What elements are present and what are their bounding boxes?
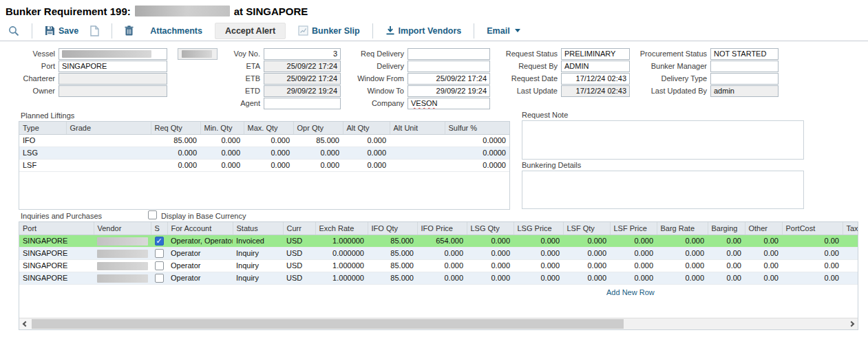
request-status-field[interactable]: PRELIMINARY <box>561 48 630 60</box>
accept-alert-button[interactable]: Accept Alert <box>215 23 286 39</box>
toolbar-divider <box>0 41 868 41</box>
import-vendors-button[interactable]: Import Vendors <box>385 25 462 36</box>
lifting-cell <box>390 146 445 159</box>
inq-column-header: LSF Price <box>610 222 657 235</box>
bunker-slip-button[interactable]: Bunker Slip <box>298 25 359 36</box>
lifting-cell <box>390 134 445 146</box>
inquiry-cell: 1.000000 <box>315 259 368 272</box>
scrollbar-thumb[interactable] <box>32 319 624 329</box>
req-delivery-field[interactable] <box>407 48 490 60</box>
request-by-field[interactable]: ADMIN <box>561 61 630 72</box>
procurement-status-field[interactable]: NOT STARTED <box>710 48 779 60</box>
inquiry-cell: 1.000000 <box>315 272 368 284</box>
inq-column-header: Curr <box>283 222 315 235</box>
inq-column-header: PortCost <box>782 222 843 235</box>
scroll-right-arrow[interactable] <box>845 318 858 329</box>
lifting-cell: 0.0000 <box>445 146 509 159</box>
bunker-requirement-window: Bunker Requirement 199: at SINGAPORE Sav… <box>0 0 868 337</box>
window-from-field[interactable]: 25/09/22 17:24 <box>407 73 490 85</box>
request-note-textarea[interactable] <box>522 120 804 160</box>
lifting-cell <box>390 159 445 171</box>
eta-field: 25/09/22 17:24 <box>264 61 341 72</box>
display-base-currency-label: Display in Base Currency <box>161 212 246 220</box>
row-select-checkbox[interactable] <box>155 261 164 270</box>
inquiry-cell: 85.000 <box>368 247 417 259</box>
inquiry-cell: 0.000 <box>563 272 610 284</box>
etd-label: ETD <box>205 85 264 97</box>
inquiry-cell: Operator <box>167 259 233 272</box>
inquiry-cell: 0.00 <box>843 247 858 259</box>
lifting-row[interactable]: IFO85.0000.0000.00085.0000.0000.0000 <box>19 134 509 146</box>
bunker-manager-field[interactable] <box>710 61 779 72</box>
inquiry-row[interactable]: SINGAPOREOperator, OperatorInvoicedUSD1.… <box>19 235 858 247</box>
delivery-field[interactable] <box>407 61 490 72</box>
inquiry-row[interactable]: SINGAPOREOperatorInquiryUSD0.00000085.00… <box>19 247 858 259</box>
search-button[interactable] <box>8 25 19 36</box>
last-update-field: 17/12/24 02:43 <box>561 85 630 97</box>
agent-field[interactable] <box>264 98 341 109</box>
delete-button[interactable] <box>125 25 134 36</box>
inquiry-cell: 0.000 <box>514 247 563 259</box>
owner-label: Owner <box>6 85 59 97</box>
inquiry-cell: USD <box>283 247 315 259</box>
email-menu-button[interactable]: Email <box>487 26 520 36</box>
inquiry-row[interactable]: SINGAPOREOperatorInquiryUSD1.00000085.00… <box>19 272 858 284</box>
accept-alert-label: Accept Alert <box>225 26 275 36</box>
lifting-row[interactable]: LSG0.0000.0000.0000.0000.0000.0000 <box>19 146 509 159</box>
inquiry-cell: 0.000 <box>417 272 467 284</box>
etb-field: 25/09/22 17:24 <box>264 73 341 85</box>
save-button[interactable]: Save <box>45 25 78 36</box>
planned-liftings-title: Planned Liftings <box>21 111 74 120</box>
select-cell <box>151 272 167 284</box>
horizontal-scrollbar[interactable] <box>19 318 858 329</box>
inquiry-cell: 0.000 <box>610 235 657 247</box>
attachments-button[interactable]: Attachments <box>150 26 202 36</box>
inquiry-cell: 0.000000 <box>315 247 368 259</box>
display-base-currency-checkbox[interactable] <box>148 210 157 219</box>
window-to-field[interactable]: 29/09/22 19:24 <box>407 85 490 97</box>
inquiry-cell: 0.000 <box>417 247 467 259</box>
delivery-type-field[interactable] <box>710 73 779 85</box>
delivery-label: Delivery <box>343 61 407 72</box>
inquiries-title: Inquiries and Purchases <box>21 212 102 220</box>
inquiry-row[interactable]: SINGAPOREOperatorInquiryUSD1.00000085.00… <box>19 259 858 272</box>
document-icon <box>89 25 99 36</box>
inquiry-cell: 0.00 <box>843 235 858 247</box>
inq-column-header: Port <box>19 222 94 235</box>
inquiry-cell: 0.000 <box>610 247 657 259</box>
select-cell <box>151 259 167 272</box>
planned-liftings-table: TypeGradeReq QtyMin. QtyMax. QtyOpr QtyA… <box>19 122 510 172</box>
scroll-left-arrow[interactable] <box>19 318 32 329</box>
voy-no-field[interactable]: 3 <box>264 48 341 60</box>
bunkering-details-textarea[interactable] <box>522 171 804 209</box>
add-new-row-link[interactable]: Add New Row <box>606 288 655 296</box>
row-select-checkbox[interactable] <box>155 249 164 258</box>
request-date-field[interactable]: 17/12/24 02:43 <box>561 73 630 85</box>
inquiry-cell: 0.00 <box>708 259 745 272</box>
inquiry-cell: 0.000 <box>610 272 657 284</box>
port-field[interactable]: SINGAPORE <box>59 61 167 72</box>
lifting-cell: LSG <box>19 146 66 159</box>
copy-document-button[interactable] <box>89 25 99 36</box>
inquiry-cell: Operator, Operator <box>167 235 233 247</box>
company-field[interactable]: VESON <box>407 98 490 109</box>
inq-column-header: LSG Price <box>514 222 563 235</box>
inquiry-cell: USD <box>283 272 315 284</box>
inquiry-cell: 1.000000 <box>315 235 368 247</box>
row-select-checkbox[interactable] <box>155 274 164 283</box>
inq-column-header: Exch Rate <box>315 222 368 235</box>
select-cell <box>151 247 167 259</box>
lifting-cell: 0.000 <box>293 159 343 171</box>
vendor-cell <box>94 235 151 247</box>
lifting-row[interactable]: LSF0.0000.0000.0000.0000.0000.0000 <box>19 159 509 171</box>
lifting-cell: 85.000 <box>293 134 343 146</box>
download-icon <box>385 25 395 36</box>
eta-label: ETA <box>205 61 264 72</box>
inquiry-cell: Inquiry <box>233 272 283 284</box>
select-cell <box>151 235 167 247</box>
pl-column-header: Req Qty <box>151 122 200 134</box>
inq-column-header: Status <box>233 222 283 235</box>
row-select-checkbox[interactable] <box>155 237 164 246</box>
inquiry-cell: 0.000 <box>417 259 467 272</box>
vessel-field[interactable] <box>59 48 167 60</box>
